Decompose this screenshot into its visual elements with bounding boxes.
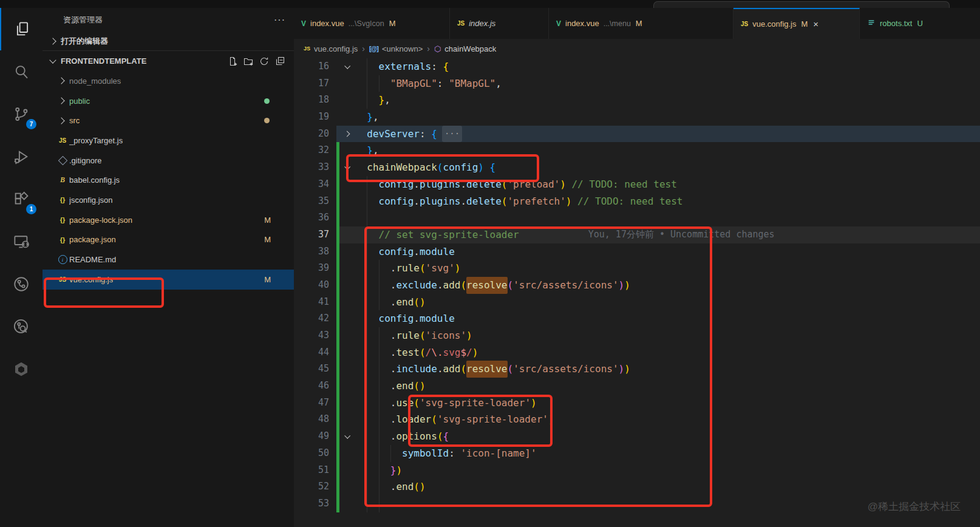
new-folder-icon[interactable] — [240, 55, 256, 68]
activity-item-git-file-history-icon[interactable] — [0, 305, 43, 348]
code-line-48: 48.loader('svg-sprite-loader') — [294, 411, 980, 428]
code-token: ( — [420, 260, 426, 277]
breadcrumb-item-unknown[interactable]: [@]<unknown> — [369, 44, 423, 53]
fold-column[interactable] — [339, 428, 354, 445]
file-name: babel.config.js — [69, 175, 120, 185]
file-tree-item-_proxyTarget.js[interactable]: JS_proxyTarget.js — [43, 131, 294, 151]
file-tree-item-package-lock.json[interactable]: {}package-lock.jsonM — [43, 210, 294, 230]
more-actions-icon[interactable]: ··· — [274, 15, 285, 25]
tab-label: robots.txt — [880, 19, 912, 28]
code-line-52: 52.end() — [294, 478, 980, 495]
symbol-unknown-icon: [@] — [369, 45, 378, 52]
code-token — [571, 193, 577, 210]
close-icon[interactable]: × — [813, 19, 818, 29]
code-token: config — [379, 176, 414, 193]
tab-index.js[interactable]: JSindex.js — [450, 8, 549, 39]
vue-file-icon: V — [556, 19, 561, 28]
breadcrumb: JSvue.config.js›[@]<unknown>›⬡chainWebpa… — [294, 39, 980, 58]
code-token: ( — [413, 395, 420, 412]
code-token: , — [384, 92, 390, 109]
activity-item-git-graph-icon[interactable] — [0, 263, 43, 305]
symbol-method-icon: ⬡ — [434, 44, 441, 53]
file-tree-item-jsconfig.json[interactable]: {}jsconfig.json — [43, 190, 294, 210]
activity-item-files-icon[interactable] — [0, 8, 44, 50]
file-name: package-lock.json — [69, 216, 132, 225]
activity-item-extension-logo-icon[interactable] — [0, 348, 43, 390]
fold-column — [339, 411, 354, 428]
line-number: 51 — [294, 462, 336, 479]
fold-column — [339, 243, 354, 260]
open-editors-section[interactable]: 打开的编辑器 — [43, 32, 294, 50]
fold-column[interactable] — [339, 126, 354, 143]
activity-item-run-debug-icon[interactable] — [0, 135, 43, 178]
code-token: config — [379, 310, 414, 327]
activity-item-search-icon[interactable] — [0, 50, 43, 93]
refresh-icon[interactable] — [256, 55, 272, 68]
code-line-49: 49.options({ — [294, 428, 980, 445]
breadcrumb-separator: › — [362, 44, 365, 53]
project-section-header[interactable]: FRONTENDTEMPLATE — [43, 51, 294, 71]
new-file-icon[interactable] — [225, 55, 240, 68]
tab-index.vue[interactable]: Vindex.vue...\menuM — [549, 8, 733, 39]
tab-robots.txt[interactable]: robots.txtU — [860, 8, 980, 39]
code-editor[interactable]: 16externals: {17"BMapGL": "BMapGL",18},1… — [294, 58, 980, 512]
code-token: ) — [478, 159, 484, 176]
code-token: delete — [466, 176, 502, 193]
tab-label: index.vue — [565, 19, 599, 28]
line-number: 40 — [294, 277, 336, 294]
tab-vue.config.js[interactable]: JSvue.config.jsM× — [733, 8, 860, 39]
code-line-38: 38config.module — [294, 243, 980, 260]
fold-chevron-down-icon — [344, 63, 350, 69]
tab-path-hint: ...\menu — [604, 19, 631, 28]
file-tree-item-package.json[interactable]: {}package.jsonM — [43, 230, 294, 250]
file-tree-item-README.md[interactable]: iREADME.md — [43, 250, 294, 270]
tab-bar: Vindex.vue...\SvgIconMJSindex.jsVindex.v… — [294, 8, 980, 39]
file-tree-item-vue.config.js[interactable]: JSvue.config.jsM — [43, 270, 294, 290]
collapse-all-icon[interactable] — [272, 55, 288, 68]
activity-item-extensions-icon[interactable]: 1 — [0, 178, 43, 220]
line-number: 42 — [294, 310, 336, 327]
code-token: svg — [443, 344, 461, 361]
code-line-47: 47.use('svg-sprite-loader') — [294, 395, 980, 412]
line-number: 33 — [294, 159, 336, 176]
line-number: 47 — [294, 395, 336, 412]
js-file-icon: JS — [59, 137, 66, 144]
fold-column — [339, 75, 354, 92]
file-tree-item-.gitignore[interactable]: .gitignore — [43, 151, 294, 171]
code-line-32: 32}, — [294, 142, 980, 159]
file-tree-item-babel.config.js[interactable]: Bbabel.config.js — [43, 170, 294, 190]
code-token: 'svg-sprite-loader' — [437, 411, 548, 428]
file-name: README.md — [69, 255, 116, 264]
code-token: config — [443, 159, 478, 176]
fold-column — [339, 378, 354, 395]
file-tree-item-src[interactable]: src — [43, 110, 294, 131]
code-token: . — [413, 310, 420, 327]
file-name: .gitignore — [69, 156, 101, 165]
code-token: . — [390, 344, 396, 361]
fold-column[interactable] — [339, 159, 354, 176]
fold-ellipsis[interactable]: ··· — [442, 126, 462, 143]
code-token: } — [379, 92, 385, 109]
breadcrumb-item-vue.config.js[interactable]: JSvue.config.js — [304, 44, 358, 53]
code-token: devServer — [367, 126, 420, 143]
code-token: : — [420, 126, 431, 143]
chevron-right-icon — [58, 97, 64, 104]
code-token: // TODO: need test — [571, 176, 676, 193]
fold-column[interactable] — [339, 58, 354, 75]
code-token: . — [460, 176, 466, 193]
breadcrumb-item-chainWebpack[interactable]: ⬡chainWebpack — [434, 44, 496, 53]
line-number: 43 — [294, 327, 336, 344]
file-tree-item-node_modules[interactable]: node_modules — [43, 71, 294, 91]
code-line-51: 51}) — [294, 462, 980, 479]
editor-group: Vindex.vue...\SvgIconMJSindex.jsVindex.v… — [294, 8, 980, 527]
file-tree-item-public[interactable]: public — [43, 91, 294, 111]
activity-item-source-control-icon[interactable]: 7 — [0, 93, 43, 135]
fold-column — [339, 176, 354, 193]
activity-item-remote-explorer-icon[interactable] — [0, 220, 43, 263]
code-line-37: 37// set svg-sprite-loaderYou, 17分钟前 • U… — [294, 226, 980, 243]
tab-index.vue[interactable]: Vindex.vue...\SvgIconM — [294, 8, 450, 39]
code-token: . — [390, 260, 396, 277]
line-number: 38 — [294, 243, 336, 260]
text-file-icon — [867, 18, 876, 29]
code-token: $ — [460, 344, 466, 361]
